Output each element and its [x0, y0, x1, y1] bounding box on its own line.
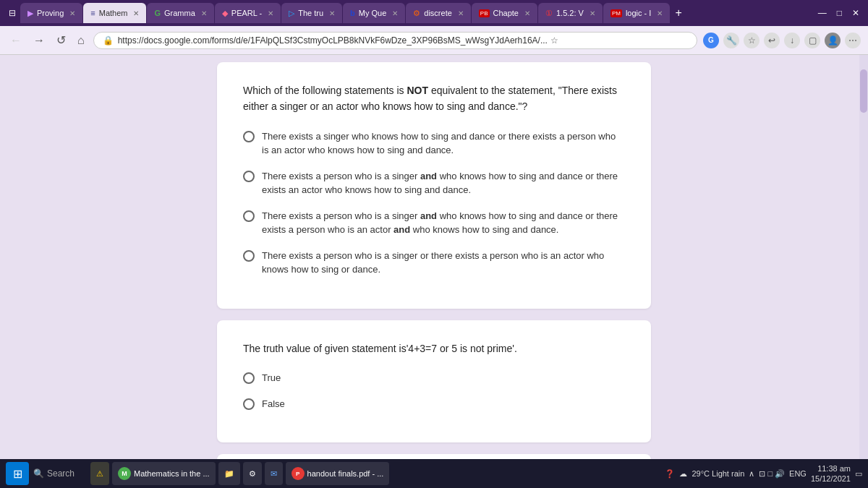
pdf-icon: P: [292, 467, 305, 480]
window-controls: — □ ✕: [815, 8, 862, 18]
address-bar: ← → ↺ ⌂ 🔒 https://docs.google.com/forms/…: [0, 26, 868, 55]
tab-close-chapter[interactable]: ✕: [524, 9, 530, 17]
tab-close-mathem[interactable]: ✕: [133, 9, 139, 17]
tab-thetru[interactable]: ▷ The tru ✕: [281, 3, 342, 23]
taskbar-pdf-label: handout finals.pdf - ...: [307, 469, 384, 478]
tab-myque[interactable]: b My Que ✕: [343, 3, 405, 23]
option-1-4-text: There exists a person who is a singer or…: [262, 249, 625, 277]
radio-2-2[interactable]: [243, 398, 255, 410]
address-input[interactable]: 🔒 https://docs.google.com/forms/d/e/1FAl…: [93, 32, 697, 49]
forward-button[interactable]: →: [30, 33, 48, 48]
tab-gramma[interactable]: G Gramma ✕: [147, 3, 213, 23]
question-card-1: Which of the following statements is NOT…: [217, 62, 651, 309]
tab-close-myque[interactable]: ✕: [392, 9, 398, 17]
content-area: Which of the following statements is NOT…: [0, 55, 868, 459]
tab-close-thetru[interactable]: ✕: [329, 9, 335, 17]
taskbar-alert[interactable]: ⚠: [90, 462, 109, 485]
caret-icon[interactable]: ∧: [749, 469, 754, 479]
window-control-menu[interactable]: ⊟: [6, 8, 19, 18]
taskbar-explorer[interactable]: 📁: [218, 462, 240, 485]
option-1-1-text: There exists a singer who knows how to s…: [262, 129, 625, 158]
taskbar-pdf[interactable]: P handout finals.pdf - ...: [286, 462, 390, 485]
google-icon[interactable]: G: [703, 33, 719, 48]
tab-close-proving[interactable]: ✕: [69, 9, 75, 17]
back-button[interactable]: ←: [7, 33, 25, 48]
star-icon[interactable]: ☆: [550, 35, 558, 46]
tab-bar: ▶ Proving ✕ ≡ Mathem ✕ G Gramma ✕ ◆ PEAR…: [20, 3, 808, 23]
date-display: 15/12/2021: [811, 474, 851, 484]
explorer-icon: 📁: [224, 469, 234, 479]
mathem-icon: ≡: [90, 9, 95, 17]
option-2-1-text: True: [262, 371, 281, 385]
tab-discrete[interactable]: ⚙ discrete ✕: [406, 3, 471, 23]
radio-1-1[interactable]: [243, 131, 255, 142]
question-1-text: Which of the following statements is NOT…: [243, 82, 625, 115]
myque-icon: b: [350, 9, 355, 17]
tray-icons: ⊡ □ 🔊: [759, 469, 785, 479]
menu-icon[interactable]: ⋯: [845, 33, 861, 48]
tab-close-152v[interactable]: ✕: [590, 9, 595, 17]
time-display: 11:38 am: [811, 463, 851, 474]
lock-icon: 🔒: [103, 35, 114, 46]
pearl-icon: ◆: [222, 9, 228, 18]
tab-close-logic[interactable]: ✕: [657, 9, 663, 17]
taskbar-mathematics[interactable]: M Mathematics in the ...: [112, 462, 216, 485]
gramma-icon: G: [154, 9, 161, 17]
maximize-button[interactable]: □: [834, 8, 845, 18]
tab-mathem[interactable]: ≡ Mathem ✕: [83, 3, 146, 23]
152v-icon: ①: [545, 9, 553, 18]
home-button[interactable]: ⌂: [75, 33, 88, 48]
option-1-3-text: There exists a person who is a singer an…: [262, 209, 625, 237]
chapter-icon: PB: [479, 9, 490, 17]
start-button[interactable]: ⊞: [6, 462, 29, 485]
option-1-2-text: There exists a person who is a singer an…: [262, 169, 625, 197]
scrollbar-thumb[interactable]: [860, 69, 867, 113]
question-card-2: The truth value of given statement is'4+…: [217, 320, 651, 442]
option-2-2: False: [243, 397, 625, 411]
toolbar-icons: G 🔧 ☆ ↩ ↓ ▢ 👤 ⋯: [703, 33, 861, 48]
tab-close-pearl[interactable]: ✕: [268, 9, 273, 17]
option-1-4: There exists a person who is a singer or…: [243, 249, 625, 277]
bookmark-icon[interactable]: ☆: [744, 33, 760, 48]
language-indicator: ENG: [789, 469, 807, 478]
radio-1-3[interactable]: [243, 210, 255, 222]
scrollbar[interactable]: [859, 55, 868, 459]
tab-close-discrete[interactable]: ✕: [458, 9, 464, 17]
clock: 11:38 am 15/12/2021: [811, 463, 851, 484]
question-icon[interactable]: ❓: [665, 469, 675, 479]
question-2-text: The truth value of given statement is'4+…: [243, 341, 625, 356]
taskbar-search[interactable]: 🔍 Search: [33, 468, 75, 479]
minimize-button[interactable]: —: [815, 8, 830, 18]
history-icon[interactable]: ↩: [764, 33, 780, 48]
radio-2-1[interactable]: [243, 372, 255, 384]
reload-button[interactable]: ↺: [54, 32, 69, 48]
tab-proving[interactable]: ▶ Proving ✕: [20, 3, 82, 23]
profile-icon[interactable]: 👤: [825, 33, 841, 48]
extension-icon[interactable]: 🔧: [723, 33, 739, 48]
taskbar-email[interactable]: ✉: [265, 462, 283, 485]
radio-1-4[interactable]: [243, 250, 255, 262]
screen-icon[interactable]: ▢: [804, 33, 820, 48]
tab-pearl[interactable]: ◆ PEARL - ✕: [215, 3, 281, 23]
download-icon[interactable]: ↓: [784, 33, 800, 48]
tab-close-gramma[interactable]: ✕: [201, 9, 207, 17]
tab-chapter[interactable]: PB Chapte ✕: [472, 3, 537, 23]
proving-icon: ▶: [27, 9, 33, 18]
close-button[interactable]: ✕: [849, 8, 862, 18]
option-2-2-text: False: [262, 397, 285, 411]
new-tab-button[interactable]: +: [671, 7, 686, 20]
taskbar-mathematics-label: Mathematics in the ...: [134, 469, 210, 478]
browser-titlebar: ⊟ ▶ Proving ✕ ≡ Mathem ✕ G Gramma ✕ ◆ PE…: [0, 0, 868, 26]
tab-logic[interactable]: PM logic - I ✕: [603, 3, 670, 23]
taskbar: ⊞ 🔍 Search ⚠ M Mathematics in the ... 📁 …: [0, 459, 868, 488]
discrete-icon: ⚙: [413, 9, 420, 18]
radio-1-2[interactable]: [243, 171, 255, 182]
taskbar-settings[interactable]: ⚙: [243, 462, 262, 485]
option-1-1: There exists a singer who knows how to s…: [243, 129, 625, 158]
weather-info: 29°C Light rain: [692, 469, 744, 478]
settings-icon: ⚙: [249, 469, 256, 479]
option-1-2: There exists a person who is a singer an…: [243, 169, 625, 197]
notification-icon[interactable]: ▭: [855, 469, 862, 479]
tab-152v[interactable]: ① 1.5.2: V ✕: [538, 3, 603, 23]
system-tray: ❓ ☁ 29°C Light rain ∧ ⊡ □ 🔊 ENG 11:38 am…: [665, 463, 862, 484]
